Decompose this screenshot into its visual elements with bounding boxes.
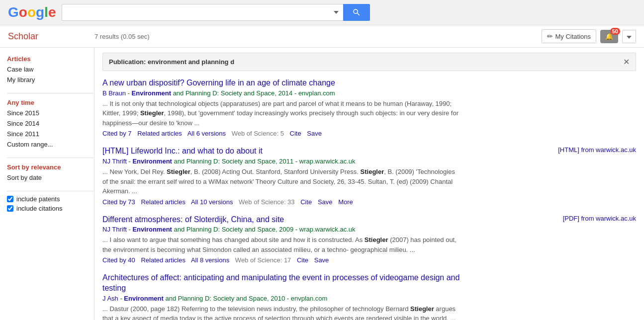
- result-author-3[interactable]: NJ Thrift: [102, 226, 127, 233]
- logo-letter-l: l: [44, 4, 48, 20]
- include-patents-row: include patents: [7, 195, 94, 203]
- pub-filter-value: environment and planning d: [148, 58, 234, 66]
- related-articles-link-1[interactable]: Related articles: [137, 130, 182, 137]
- result-author-2[interactable]: NJ Thrift: [102, 158, 127, 165]
- result-main-1: A new urban dispositif? Governing life i…: [102, 78, 460, 137]
- result-source-4: envplan.com: [291, 295, 328, 302]
- sidebar-filter-since-2014[interactable]: Since 2014: [7, 118, 94, 129]
- result-journal-post-1: and Planning D: Society and Space, 2014: [173, 89, 293, 97]
- sidebar-item-my-library[interactable]: My library: [7, 75, 94, 85]
- logo-letter-o2: o: [27, 4, 36, 20]
- logo-letter-g: G: [8, 4, 19, 20]
- result-author-4[interactable]: J Ash: [102, 295, 118, 302]
- chevron-down-icon: [334, 11, 339, 14]
- result-item: [HTML] Lifeworld Inc.: and what to do ab…: [102, 146, 636, 205]
- cited-by-link-2[interactable]: Cited by 73: [102, 198, 135, 206]
- result-title-1[interactable]: A new urban dispositif? Governing life i…: [102, 78, 460, 88]
- result-snippet-2: ... New York, Del Rey. Stiegler, B. (200…: [102, 167, 460, 196]
- result-journal-post-3: and Planning D: Society and Space, 2009: [174, 226, 294, 233]
- web-of-science-2: Web of Science: 33: [239, 198, 295, 206]
- results-count: 7 results (0.05 sec): [94, 33, 150, 40]
- result-journal-2[interactable]: Environment: [132, 158, 172, 165]
- cite-link-3[interactable]: Cite: [297, 256, 308, 264]
- sidebar-sort-relevance[interactable]: Sort by relevance: [7, 162, 94, 172]
- cited-by-link-3[interactable]: Cited by 40: [102, 256, 135, 264]
- result-links-3: Cited by 40 Related articles All 8 versi…: [102, 256, 460, 264]
- all-versions-link-2[interactable]: All 10 versions: [191, 198, 233, 206]
- result-title-2[interactable]: [HTML] Lifeworld Inc.: and what to do ab…: [102, 146, 460, 157]
- chevron-down-icon: [627, 36, 632, 39]
- result-journal-4[interactable]: Environment: [124, 295, 163, 302]
- my-citations-label: My Citations: [555, 33, 591, 40]
- logo-letter-o1: o: [19, 4, 27, 20]
- result-meta-1: B Braun - Environment and Planning D: So…: [102, 89, 460, 97]
- pub-filter-text: Publication: environment and planning d: [109, 58, 234, 66]
- sidebar-filter-custom-range[interactable]: Custom range...: [7, 139, 94, 150]
- sub-header: Scholar 7 results (0.05 sec) ✏ My Citati…: [0, 25, 644, 48]
- include-patents-checkbox[interactable]: [7, 196, 13, 202]
- sidebar-filter-since-2011[interactable]: Since 2011: [7, 129, 94, 139]
- result-source-1: envplan.com: [298, 89, 335, 97]
- logo-letter-e: e: [48, 4, 56, 20]
- publication-filter: Publication: environment and planning d …: [102, 53, 636, 71]
- result-links-2: Cited by 73 Related articles All 10 vers…: [102, 198, 460, 206]
- more-link-2[interactable]: More: [338, 198, 353, 206]
- logo-letter-g2: g: [36, 4, 44, 20]
- result-snippet-3: ... I also want to argue that something …: [102, 235, 460, 254]
- web-of-science-3: Web of Science: 17: [235, 256, 291, 264]
- related-articles-link-2[interactable]: Related articles: [141, 198, 185, 206]
- result-meta-4: J Ash - Environment and Planning D: Soci…: [102, 295, 460, 302]
- side-link-3[interactable]: [PDF] from warwick.ac.uk: [552, 215, 636, 222]
- scholar-label[interactable]: Scholar: [0, 31, 94, 42]
- search-icon: [352, 8, 361, 17]
- google-logo[interactable]: Google: [8, 4, 56, 20]
- result-journal-3[interactable]: Environment: [132, 226, 172, 233]
- include-patents-label: include patents: [16, 195, 60, 203]
- result-item: Architectures of affect: anticipating an…: [102, 273, 636, 320]
- all-versions-link-1[interactable]: All 6 versions: [187, 130, 226, 137]
- sidebar-filter-any-time[interactable]: Any time: [7, 97, 94, 108]
- cited-by-link-1[interactable]: Cited by 7: [102, 130, 132, 137]
- result-journal-post-4: and Planning D: Society and Space, 2010: [165, 295, 285, 302]
- result-author-1[interactable]: B Braun: [102, 89, 126, 97]
- include-citations-row: include citations: [7, 205, 94, 212]
- result-journal-1[interactable]: Environment: [132, 89, 171, 97]
- cite-link-1[interactable]: Cite: [290, 130, 301, 137]
- sidebar-sort-date[interactable]: Sort by date: [7, 172, 94, 183]
- result-side-3: [PDF] from warwick.ac.uk: [547, 215, 636, 223]
- related-articles-link-3[interactable]: Related articles: [141, 256, 185, 264]
- result-meta-2: NJ Thrift - Environment and Planning D: …: [102, 158, 460, 165]
- result-title-4[interactable]: Architectures of affect: anticipating an…: [102, 273, 460, 294]
- result-main-4: Architectures of affect: anticipating an…: [102, 273, 460, 320]
- save-link-1[interactable]: Save: [307, 130, 322, 137]
- save-link-2[interactable]: Save: [318, 198, 333, 206]
- result-side-2: [HTML] from warwick.ac.uk: [547, 146, 636, 155]
- search-dropdown-button[interactable]: [329, 4, 343, 21]
- result-title-3[interactable]: Different atmospheres: of Sloterdijk, Ch…: [102, 215, 460, 225]
- save-link-3[interactable]: Save: [314, 256, 329, 264]
- web-of-science-1: Web of Science: 5: [232, 130, 284, 137]
- cite-link-2[interactable]: Cite: [300, 198, 312, 206]
- header-right: ✏ My Citations 🔔 50: [542, 29, 636, 43]
- include-citations-checkbox[interactable]: [7, 205, 13, 212]
- result-snippet-4: ... Dastur (2000, page 182) Referring to…: [102, 304, 460, 320]
- sidebar-nav-section: Articles Case law My library: [7, 54, 94, 85]
- sidebar-item-case-law[interactable]: Case law: [7, 64, 94, 75]
- my-citations-button[interactable]: ✏ My Citations: [542, 29, 596, 43]
- search-input[interactable]: stiegler: [62, 4, 329, 21]
- result-journal-post-2: and Planning D: Society and Space, 2011: [174, 158, 294, 165]
- sidebar-divider-3: [7, 191, 94, 191]
- sidebar-time-section: Any time Since 2015 Since 2014 Since 201…: [7, 97, 94, 150]
- sidebar-item-articles[interactable]: Articles: [7, 54, 94, 64]
- result-source-2: wrap.warwick.ac.uk: [299, 158, 356, 165]
- result-links-1: Cited by 7 Related articles All 6 versio…: [102, 130, 460, 137]
- header-dropdown-button[interactable]: [622, 30, 636, 43]
- notification-button[interactable]: 🔔 50: [600, 30, 618, 43]
- pub-filter-close-button[interactable]: ✕: [623, 57, 630, 67]
- pub-filter-prefix: Publication:: [109, 58, 146, 66]
- sidebar-filter-since-2015[interactable]: Since 2015: [7, 108, 94, 118]
- side-link-2[interactable]: [HTML] from warwick.ac.uk: [552, 146, 636, 154]
- all-versions-link-3[interactable]: All 8 versions: [191, 256, 229, 264]
- result-source-3: wrap.warwick.ac.uk: [299, 226, 356, 233]
- search-button[interactable]: [343, 4, 370, 21]
